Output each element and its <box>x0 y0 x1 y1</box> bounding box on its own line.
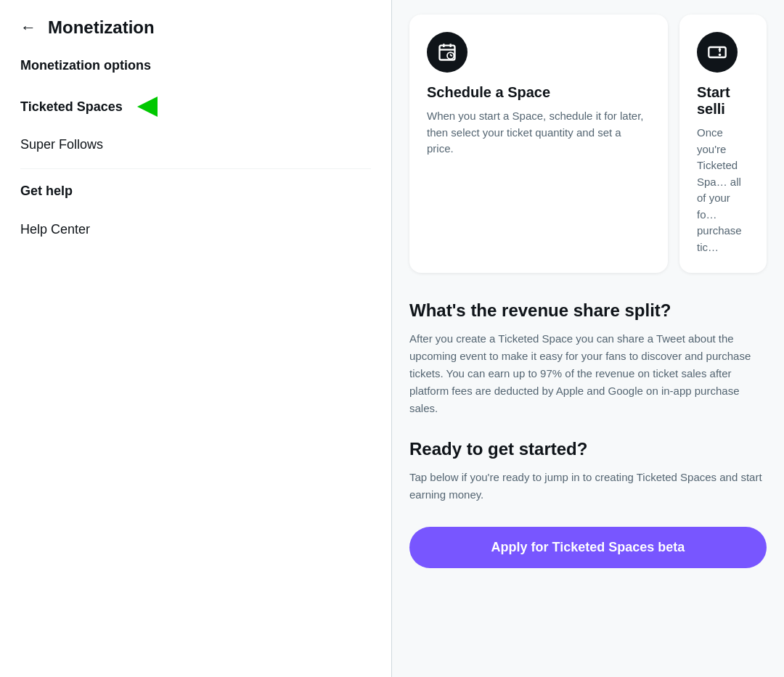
sidebar-item-super-follows[interactable]: Super Follows <box>20 127 371 163</box>
back-button[interactable]: ← <box>20 18 36 37</box>
start-selling-desc: Once you're Ticketed Spa… all of your fo… <box>697 125 749 255</box>
ready-body: Tap below if you're ready to jump in to … <box>409 469 767 504</box>
start-selling-icon-circle <box>697 32 738 73</box>
revenue-title: What's the revenue share split? <box>409 299 767 321</box>
schedule-space-desc: When you start a Space, schedule it for … <box>427 108 650 157</box>
back-row: ← Monetization <box>20 17 371 38</box>
svg-rect-7 <box>709 47 725 57</box>
schedule-space-title: Schedule a Space <box>427 84 650 101</box>
svg-point-4 <box>447 52 454 59</box>
divider <box>20 168 371 169</box>
ready-title: Ready to get started? <box>409 438 767 460</box>
sidebar-item-help-center[interactable]: Help Center <box>20 212 371 247</box>
sidebar-item-ticketed-spaces[interactable]: Ticketed Spaces <box>20 86 371 127</box>
calendar-clock-icon <box>437 42 457 62</box>
revenue-section: What's the revenue share split? After yo… <box>409 299 767 417</box>
right-panel: Schedule a Space When you start a Space,… <box>392 0 784 677</box>
green-arrow-icon <box>137 97 158 117</box>
ready-section: Ready to get started? Tap below if you'r… <box>409 438 767 504</box>
schedule-space-icon-circle <box>427 32 467 73</box>
ticketed-spaces-label: Ticketed Spaces <box>20 99 123 115</box>
cards-row: Schedule a Space When you start a Space,… <box>409 15 767 273</box>
start-selling-title: Start selli <box>697 84 749 118</box>
ticket-icon <box>707 42 727 62</box>
get-help-label: Get help <box>20 184 371 199</box>
monetization-options-label: Monetization options <box>20 58 371 73</box>
left-panel: ← Monetization Monetization options Tick… <box>0 0 392 677</box>
revenue-body: After you create a Ticketed Space you ca… <box>409 330 767 417</box>
svg-point-9 <box>719 49 722 52</box>
svg-point-10 <box>719 54 722 57</box>
apply-beta-button[interactable]: Apply for Ticketed Spaces beta <box>409 527 767 568</box>
schedule-space-card: Schedule a Space When you start a Space,… <box>409 15 668 273</box>
start-selling-card: Start selli Once you're Ticketed Spa… al… <box>679 15 767 273</box>
page-title: Monetization <box>48 17 155 38</box>
